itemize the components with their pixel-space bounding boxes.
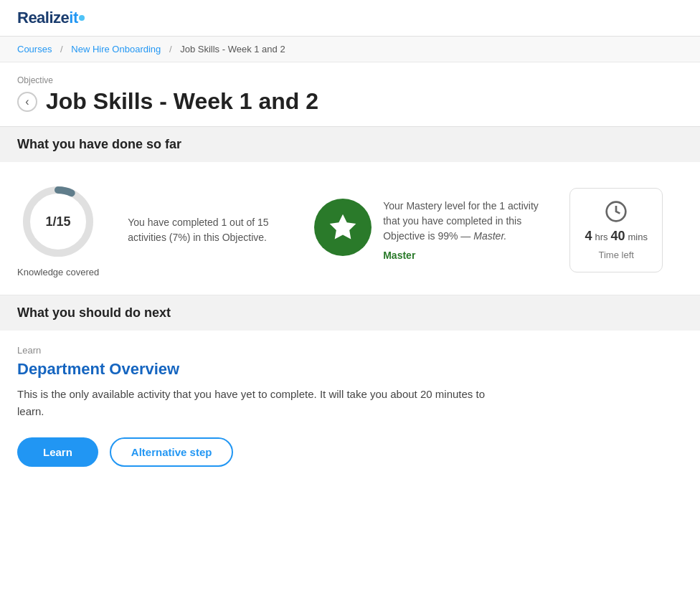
donut-chart: 1/15 (19, 182, 98, 261)
breadcrumb-onboarding[interactable]: New Hire Onboarding (71, 44, 161, 54)
star-icon (327, 212, 359, 243)
mastery-text-pre: Your Mastery level for the 1 activity th… (383, 200, 539, 242)
knowledge-donut-wrap: 1/15 Knowledge covered (17, 182, 99, 277)
mastery-info: Your Mastery level for the 1 activity th… (383, 199, 541, 261)
mastery-badge: Master (383, 250, 541, 261)
activity-type: Learn (17, 345, 683, 356)
time-value: 4 hrs 40 mins (585, 229, 648, 244)
breadcrumb-sep-1: / (60, 44, 63, 54)
back-button[interactable]: ‹ (17, 92, 37, 112)
next-section: What you should do next Learn Department… (0, 295, 700, 487)
mastery-text: Your Mastery level for the 1 activity th… (383, 199, 541, 244)
action-buttons: Learn Alternative step (17, 437, 683, 467)
donut-fraction: 1/15 (46, 214, 71, 229)
time-left-card: 4 hrs 40 mins Time left (569, 188, 663, 272)
activity-description: This is the only available activity that… (17, 386, 505, 420)
objective-label: Objective (17, 75, 683, 85)
mastery-text-italic: Master. (470, 230, 506, 242)
done-section-header: What you have done so far (0, 127, 700, 162)
top-header: Realizeit (0, 0, 700, 37)
alternative-step-button[interactable]: Alternative step (110, 437, 234, 467)
activity-title: Department Overview (17, 360, 683, 379)
logo-dot (79, 15, 85, 21)
page-title: Job Skills - Week 1 and 2 (46, 88, 318, 115)
logo-text-main: Realize (17, 9, 69, 27)
breadcrumb-current: Job Skills - Week 1 and 2 (180, 44, 285, 54)
time-mins-label: mins (628, 232, 648, 242)
breadcrumb-courses[interactable]: Courses (17, 44, 52, 54)
logo-text-it: it (69, 9, 77, 27)
learn-button[interactable]: Learn (17, 437, 98, 467)
stats-section: 1/15 Knowledge covered You have complete… (0, 162, 700, 295)
mastery-icon (314, 199, 372, 256)
breadcrumb: Courses / New Hire Onboarding / Job Skil… (0, 37, 700, 62)
time-mins: 40 (611, 229, 625, 244)
breadcrumb-sep-2: / (169, 44, 172, 54)
knowledge-description: You have completed 1 out of 15 activitie… (128, 215, 271, 245)
next-section-header: What you should do next (0, 295, 700, 331)
clock-icon (605, 200, 628, 223)
next-content: Learn Department Overview This is the on… (0, 331, 700, 487)
page-title-section: Objective ‹ Job Skills - Week 1 and 2 (0, 62, 700, 127)
mastery-wrap: Your Mastery level for the 1 activity th… (314, 199, 541, 261)
logo: Realizeit (17, 9, 85, 27)
time-hours: 4 (585, 229, 592, 244)
knowledge-label: Knowledge covered (17, 267, 99, 277)
time-left-label: Time left (599, 250, 634, 260)
time-hrs-label: hrs (595, 232, 607, 242)
